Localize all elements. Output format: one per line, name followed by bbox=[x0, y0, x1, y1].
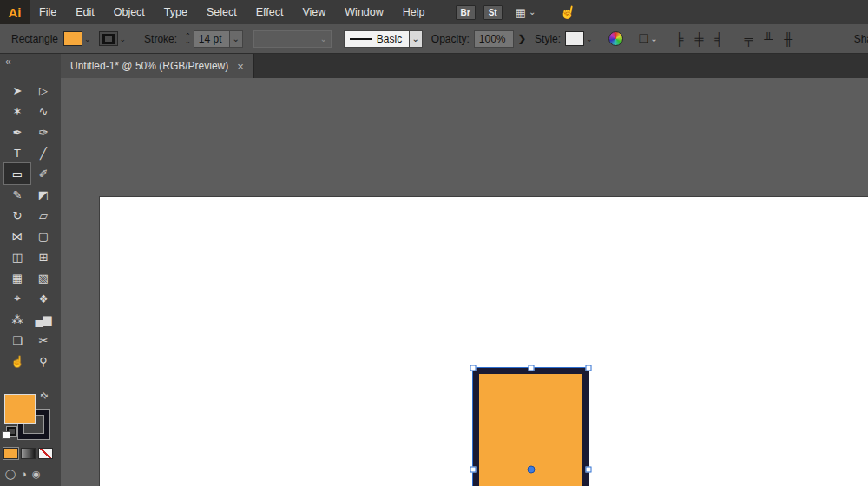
zoom-tool[interactable]: ⚲ bbox=[30, 351, 56, 371]
brush-definition-dropdown[interactable]: Basic bbox=[344, 30, 410, 48]
selection-handle-w[interactable] bbox=[470, 467, 477, 473]
menu-type[interactable]: Type bbox=[155, 0, 197, 24]
stroke-weight-label[interactable]: Stroke: bbox=[144, 33, 177, 45]
pencil-tool[interactable]: ✎ bbox=[4, 184, 30, 205]
stroke-ring-icon bbox=[102, 34, 115, 44]
selection-handle-e[interactable] bbox=[586, 467, 592, 473]
drawing-mode-buttons: ◯ ◑ ◉ bbox=[5, 469, 41, 480]
document-tab[interactable]: Untitled-1* @ 50% (RGB/Preview) × bbox=[61, 54, 254, 78]
menu-effect[interactable]: Effect bbox=[247, 0, 293, 24]
bridge-button[interactable]: Br bbox=[456, 5, 476, 20]
stepper-down-icon[interactable]: ⌄ bbox=[185, 39, 191, 44]
stroke-color-swatch[interactable] bbox=[99, 31, 118, 46]
default-fill-stroke-icon[interactable] bbox=[2, 427, 16, 439]
opacity-value-field[interactable]: 100% bbox=[474, 30, 514, 48]
type-tool[interactable]: T bbox=[4, 142, 30, 163]
selected-object-group bbox=[473, 368, 589, 486]
stroke-weight-value[interactable]: 14 pt bbox=[194, 30, 230, 48]
brush-name: Basic bbox=[377, 33, 402, 45]
align-vertical-bottom-icon[interactable]: ╨ bbox=[764, 32, 773, 46]
close-icon[interactable]: × bbox=[237, 60, 244, 73]
line-segment-tool[interactable]: ╱ bbox=[30, 142, 56, 163]
align-group-vertical: ╤ ╨ ╫ bbox=[744, 32, 792, 46]
paintbrush-tool[interactable]: ✐ bbox=[30, 163, 56, 184]
menu-object[interactable]: Object bbox=[104, 0, 155, 24]
recolor-artwork-icon[interactable] bbox=[608, 31, 623, 46]
shape-builder-tool[interactable]: ◫ bbox=[4, 246, 30, 267]
paint-mode-buttons bbox=[3, 448, 53, 459]
chevron-down-icon[interactable]: ⌄ bbox=[84, 35, 91, 43]
gradient-tool[interactable]: ▧ bbox=[30, 267, 56, 288]
blend-tool[interactable]: ❖ bbox=[30, 288, 56, 309]
distribute-vertical-icon[interactable]: ╫ bbox=[784, 32, 792, 46]
menu-file[interactable]: File bbox=[30, 0, 66, 24]
opacity-label[interactable]: Opacity: bbox=[431, 33, 470, 45]
default-fill-icon bbox=[2, 431, 10, 439]
fill-color-swatch[interactable] bbox=[63, 31, 82, 46]
direct-selection-tool[interactable]: ▷ bbox=[30, 80, 56, 101]
chevron-down-icon[interactable]: ⌄ bbox=[586, 35, 593, 43]
swap-fill-stroke-icon[interactable]: ⇄ bbox=[38, 390, 50, 402]
eyedropper-tool[interactable]: ⌖ bbox=[4, 288, 30, 309]
align-horizontal-right-icon[interactable]: ╡ bbox=[715, 32, 724, 46]
selection-handle-n[interactable] bbox=[528, 365, 534, 371]
eraser-tool[interactable]: ◩ bbox=[30, 184, 56, 205]
variable-width-profile-dropdown: ⌄ bbox=[253, 30, 332, 48]
app-logo[interactable]: Ai bbox=[0, 0, 30, 24]
menu-help[interactable]: Help bbox=[393, 0, 435, 24]
rectangle-tool[interactable]: ▭ bbox=[4, 163, 30, 184]
pen-tool[interactable]: ✒ bbox=[4, 122, 30, 142]
symbol-sprayer-tool[interactable]: ⁂ bbox=[4, 309, 30, 330]
stroke-weight-dropdown[interactable]: ⌄ bbox=[230, 30, 243, 48]
object-center-point[interactable] bbox=[527, 466, 535, 474]
shape-label-truncated: Sha bbox=[854, 33, 868, 45]
free-transform-tool[interactable]: ▢ bbox=[30, 226, 56, 246]
transform-box-icon: ❏ bbox=[639, 32, 649, 45]
rotate-tool[interactable]: ↻ bbox=[4, 205, 30, 226]
align-vertical-top-icon[interactable]: ╤ bbox=[744, 32, 753, 46]
selection-handle-nw[interactable] bbox=[470, 365, 477, 371]
workspace-switcher[interactable]: ▦ ⌄ bbox=[516, 7, 536, 18]
selection-handle-ne[interactable] bbox=[586, 365, 592, 371]
menu-edit[interactable]: Edit bbox=[66, 0, 104, 24]
column-graph-tool[interactable]: ▄▆ bbox=[30, 309, 56, 330]
collapse-panel-icon[interactable]: « bbox=[5, 56, 11, 68]
opacity-expand-icon[interactable]: ❯ bbox=[518, 33, 526, 44]
magic-wand-tool[interactable]: ✶ bbox=[4, 101, 30, 122]
menu-select[interactable]: Select bbox=[197, 0, 247, 24]
hand-tool[interactable]: ☝ bbox=[4, 351, 30, 371]
chevron-down-icon: ⌄ bbox=[650, 35, 657, 43]
align-group-horizontal: ╞ ╪ ╡ bbox=[675, 32, 724, 46]
brush-stroke-preview-icon bbox=[350, 38, 372, 40]
width-tool[interactable]: ⋈ bbox=[4, 226, 30, 246]
lasso-tool[interactable]: ∿ bbox=[30, 101, 56, 122]
draw-normal-icon[interactable]: ◯ bbox=[5, 469, 16, 480]
scale-tool[interactable]: ▱ bbox=[30, 205, 56, 226]
align-horizontal-left-icon[interactable]: ╞ bbox=[675, 32, 684, 46]
draw-behind-icon[interactable]: ◑ bbox=[21, 469, 27, 480]
illustrator-window: Ai File Edit Object Type Select Effect V… bbox=[0, 0, 868, 486]
align-horizontal-center-icon[interactable]: ╪ bbox=[695, 32, 704, 46]
artboard-tool[interactable]: ❏ bbox=[4, 330, 30, 351]
fill-swatch[interactable] bbox=[4, 394, 36, 424]
stroke-weight-stepper[interactable]: ⌃ ⌄ bbox=[185, 34, 191, 44]
gradient-mode-button[interactable] bbox=[21, 448, 36, 459]
curvature-tool[interactable]: ✑ bbox=[30, 122, 56, 142]
selection-tool[interactable]: ➤ bbox=[4, 80, 30, 101]
transform-dropdown[interactable]: ❏ ⌄ bbox=[639, 32, 658, 45]
menu-window[interactable]: Window bbox=[335, 0, 392, 24]
canvas-area[interactable] bbox=[61, 78, 868, 486]
slice-tool[interactable]: ✂ bbox=[30, 330, 56, 351]
color-mode-button[interactable] bbox=[3, 448, 18, 459]
mesh-tool[interactable]: ▦ bbox=[4, 267, 30, 288]
chevron-down-icon[interactable]: ⌄ bbox=[120, 35, 127, 43]
menu-view[interactable]: View bbox=[293, 0, 335, 24]
none-mode-button[interactable] bbox=[38, 448, 53, 459]
brush-definition-caret[interactable]: ⌄ bbox=[410, 30, 423, 48]
stock-button[interactable]: St bbox=[483, 5, 503, 20]
draw-inside-icon[interactable]: ◉ bbox=[32, 469, 41, 480]
touch-workspace-icon[interactable]: ☝ bbox=[559, 3, 578, 21]
artboard[interactable] bbox=[100, 197, 868, 486]
graphic-style-swatch[interactable] bbox=[565, 31, 584, 46]
perspective-grid-tool[interactable]: ⊞ bbox=[30, 246, 56, 267]
